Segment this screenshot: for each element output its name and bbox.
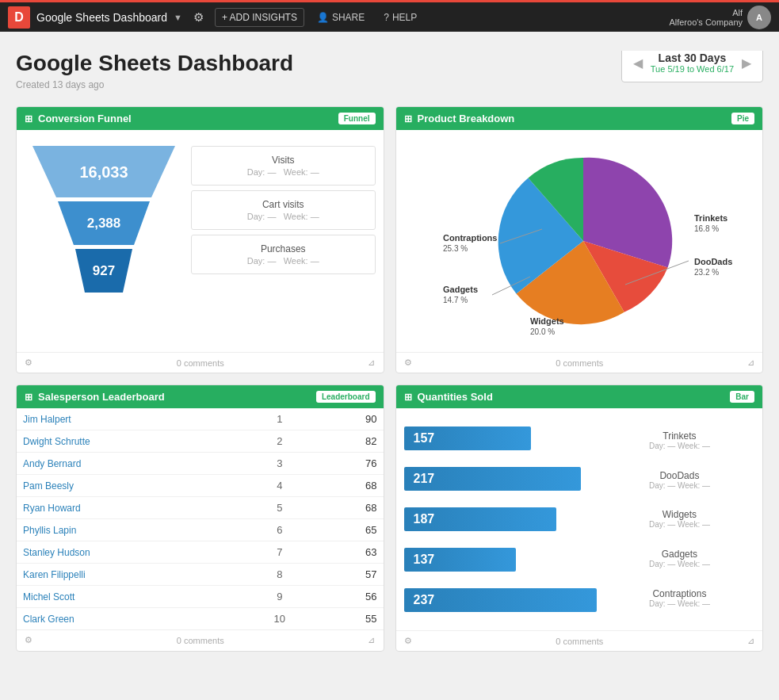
bar-label-detail: Day: — Week: — xyxy=(605,481,754,490)
leaderboard-name[interactable]: Pam Beesly xyxy=(17,475,245,497)
pie-chart-svg: Trinkets 16.8 % DooDads 23.2 % Widgets 2… xyxy=(413,138,746,344)
table-row: Ryan Howard 5 68 xyxy=(17,497,384,519)
leaderboard-score: 55 xyxy=(314,608,383,630)
table-row: Andy Bernard 3 76 xyxy=(17,453,384,475)
help-icon: ? xyxy=(384,12,389,23)
leaderboard-title: Salesperson Leaderboard xyxy=(38,391,165,403)
bar-resize-icon[interactable]: ⊿ xyxy=(747,636,754,646)
bar-settings-icon[interactable]: ⚙ xyxy=(404,636,412,646)
share-label: SHARE xyxy=(332,12,365,23)
leaderboard-resize-icon[interactable]: ⊿ xyxy=(368,635,375,645)
title-chevron-icon[interactable]: ▼ xyxy=(174,13,182,22)
funnel-stats: Visits Day: — Week: — Cart visits Day: —… xyxy=(191,138,376,282)
leaderboard-score: 68 xyxy=(314,497,383,519)
leaderboard-score: 76 xyxy=(314,453,383,475)
bar-value: 137 xyxy=(404,548,516,572)
app-title: Google Sheets Dashboard xyxy=(36,11,167,24)
leaderboard-name[interactable]: Dwight Schrutte xyxy=(17,430,245,453)
bar-label-name: Trinkets xyxy=(605,430,754,442)
bar-label-name: Widgets xyxy=(605,509,754,520)
bar-value: 187 xyxy=(404,507,556,531)
bar-label: Gadgets Day: — Week: — xyxy=(605,549,754,568)
bar-header: ⊞ Quantities Sold Bar xyxy=(396,385,763,408)
leaderboard-rank: 7 xyxy=(245,541,314,564)
funnel-header: ⊞ Conversion Funnel Funnel xyxy=(17,107,384,130)
bar-comments[interactable]: 0 comments xyxy=(556,637,603,646)
funnel-footer: ⚙ 0 comments ⊿ xyxy=(17,352,384,373)
leaderboard-name[interactable]: Stanley Hudson xyxy=(17,541,245,564)
bar-widget: ⊞ Quantities Sold Bar 157217187137237 Tr… xyxy=(395,384,764,652)
table-row: Dwight Schrutte 2 82 xyxy=(17,430,384,453)
leaderboard-widget: ⊞ Salesperson Leaderboard Leaderboard Ji… xyxy=(16,384,384,652)
help-button[interactable]: ? HELP xyxy=(377,9,423,26)
table-row: Karen Filippelli 8 57 xyxy=(17,564,384,586)
svg-text:Gadgets: Gadgets xyxy=(443,285,478,294)
date-range-sub: Tue 5/19 to Wed 6/17 xyxy=(651,64,734,74)
bar-row: 237 xyxy=(404,588,597,612)
app-logo: D xyxy=(8,6,30,29)
bar-value: 157 xyxy=(404,427,532,450)
funnel-stat-cart: Cart visits Day: — Week: — xyxy=(191,190,376,230)
pie-settings-icon[interactable]: ⚙ xyxy=(404,358,412,368)
pie-header: ⊞ Product Breakdown Pie xyxy=(396,107,763,130)
bar-chart-bars: 157217187137237 xyxy=(404,416,597,622)
leaderboard-rank: 3 xyxy=(245,453,314,475)
funnel-resize-icon[interactable]: ⊿ xyxy=(368,358,375,368)
add-insights-button[interactable]: + ADD INSIGHTS xyxy=(215,8,304,27)
prev-date-arrow[interactable]: ◀ xyxy=(633,55,643,71)
leaderboard-name[interactable]: Clark Green xyxy=(17,608,245,630)
help-label: HELP xyxy=(392,12,417,23)
leaderboard-name[interactable]: Phyllis Lapin xyxy=(17,519,245,541)
leaderboard-name[interactable]: Michel Scott xyxy=(17,586,245,608)
table-row: Phyllis Lapin 6 65 xyxy=(17,519,384,541)
user-name: Alf xyxy=(669,8,743,17)
bar-label: Contraptions Day: — Week: — xyxy=(605,588,754,608)
leaderboard-name[interactable]: Jim Halpert xyxy=(17,408,245,430)
share-icon: 👤 xyxy=(317,12,329,23)
leaderboard-score: 63 xyxy=(314,541,383,564)
table-row: Jim Halpert 1 90 xyxy=(17,408,384,430)
leaderboard-rank: 2 xyxy=(245,430,314,453)
svg-text:Contraptions: Contraptions xyxy=(443,233,497,243)
date-range-picker[interactable]: ◀ Last 30 Days Tue 5/19 to Wed 6/17 ▶ xyxy=(621,51,763,82)
pie-comments[interactable]: 0 comments xyxy=(556,358,603,368)
pie-footer: ⚙ 0 comments ⊿ xyxy=(396,352,763,373)
pie-resize-icon[interactable]: ⊿ xyxy=(747,358,754,368)
svg-text:927: 927 xyxy=(93,263,115,278)
leaderboard-comments[interactable]: 0 comments xyxy=(177,636,224,645)
leaderboard-score: 56 xyxy=(314,586,383,608)
funnel-type-badge: Funnel xyxy=(338,113,376,124)
bar-label-name: Contraptions xyxy=(605,588,754,599)
leaderboard-rank: 4 xyxy=(245,475,314,497)
next-date-arrow[interactable]: ▶ xyxy=(742,55,751,71)
gear-icon[interactable]: ⚙ xyxy=(189,7,208,28)
leaderboard-settings-icon[interactable]: ⚙ xyxy=(25,635,32,645)
share-button[interactable]: 👤 SHARE xyxy=(311,9,371,26)
funnel-settings-icon[interactable]: ⚙ xyxy=(25,358,32,368)
bar-label-name: DooDads xyxy=(605,470,754,481)
leaderboard-score: 65 xyxy=(314,519,383,541)
svg-text:14.7 %: 14.7 % xyxy=(443,296,468,304)
leaderboard-name[interactable]: Ryan Howard xyxy=(17,497,245,519)
leaderboard-rank: 10 xyxy=(245,608,314,630)
leaderboard-body: Jim Halpert 1 90 Dwight Schrutte 2 82 An… xyxy=(17,408,384,629)
bar-chart-labels: Trinkets Day: — Week: — DooDads Day: — W… xyxy=(605,416,754,622)
leaderboard-score: 90 xyxy=(314,408,383,430)
funnel-comments[interactable]: 0 comments xyxy=(177,358,224,368)
topnav: D Google Sheets Dashboard ▼ ⚙ + ADD INSI… xyxy=(0,0,779,32)
bar-type-badge: Bar xyxy=(730,391,754,403)
svg-text:16.8 %: 16.8 % xyxy=(694,224,719,233)
funnel-body: 16,033 2,388 927 Visits xyxy=(17,130,384,352)
leaderboard-name[interactable]: Karen Filippelli xyxy=(17,564,245,586)
funnel-visual: 16,033 2,388 927 xyxy=(25,138,183,312)
leaderboard-rank: 8 xyxy=(245,564,314,586)
leaderboard-name[interactable]: Andy Bernard xyxy=(17,453,245,475)
user-menu[interactable]: Alf Alferoo's Company A xyxy=(669,6,771,29)
leaderboard-grid-icon: ⊞ xyxy=(25,392,32,403)
leaderboard-rank: 1 xyxy=(245,408,314,430)
bar-value: 217 xyxy=(404,467,582,491)
svg-text:DooDads: DooDads xyxy=(694,257,732,266)
table-row: Stanley Hudson 7 63 xyxy=(17,541,384,564)
pie-body: Trinkets 16.8 % DooDads 23.2 % Widgets 2… xyxy=(396,130,763,352)
bar-row: 157 xyxy=(404,427,597,450)
